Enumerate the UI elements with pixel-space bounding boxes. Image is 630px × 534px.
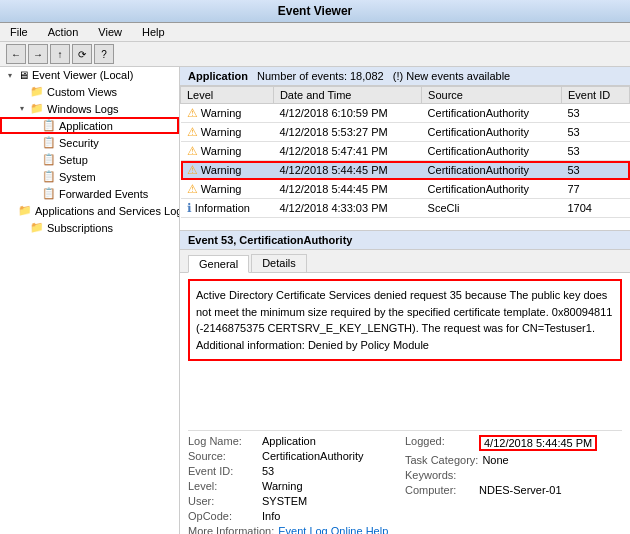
menu-view[interactable]: View [94, 25, 126, 39]
logged-value: 4/12/2018 5:44:45 PM [479, 435, 597, 451]
level-value: Warning [262, 480, 303, 492]
sidebar-item-applications-services[interactable]: 📁Applications and Services Logs [0, 202, 179, 219]
table-row[interactable]: ⚠ Warning4/12/2018 5:53:27 PMCertificati… [181, 123, 630, 142]
user-label: User: [188, 495, 258, 507]
keywords-label: Keywords: [405, 469, 475, 481]
log-icon: 📋 [42, 153, 56, 166]
detail-header: Event 53, CertificationAuthority [180, 231, 630, 250]
event-count-label: Number of events: [257, 70, 347, 82]
title-bar: Event Viewer [0, 0, 630, 23]
opcode-label: OpCode: [188, 510, 258, 522]
tab-details[interactable]: Details [251, 254, 307, 272]
back-button[interactable]: ← [6, 44, 26, 64]
detail-panel: Event 53, CertificationAuthority General… [180, 231, 630, 534]
cell-event-id: 1704 [561, 199, 629, 218]
event-count: 18,082 [350, 70, 384, 82]
menu-help[interactable]: Help [138, 25, 169, 39]
cell-level: ⚠ Warning [181, 142, 274, 161]
folder-icon: 📁 [18, 204, 32, 217]
event-table: Level Date and Time Source Event ID ⚠ Wa… [180, 86, 630, 218]
meta-keywords: Keywords: [405, 469, 622, 481]
table-row[interactable]: ⚠ Warning4/12/2018 6:10:59 PMCertificati… [181, 104, 630, 123]
source-value: CertificationAuthority [262, 450, 364, 462]
table-row[interactable]: ⚠ Warning4/12/2018 5:44:45 PMCertificati… [181, 161, 630, 180]
sidebar-item-subscriptions[interactable]: 📁Subscriptions [0, 219, 179, 236]
meta-right: Logged: 4/12/2018 5:44:45 PM Task Catego… [405, 435, 622, 534]
sidebar-label-applications-services: Applications and Services Logs [35, 205, 180, 217]
opcode-value: Info [262, 510, 280, 522]
log-icon: 📋 [42, 170, 56, 183]
sidebar-label-event-viewer-local: Event Viewer (Local) [32, 69, 133, 81]
log-name-label: Log Name: [188, 435, 258, 447]
col-level[interactable]: Level [181, 87, 274, 104]
sidebar-item-system[interactable]: 📋System [0, 168, 179, 185]
cell-level: ⚠ Warning [181, 180, 274, 199]
sidebar-label-windows-logs: Windows Logs [47, 103, 119, 115]
meta-level: Level: Warning [188, 480, 405, 492]
meta-opcode: OpCode: Info [188, 510, 405, 522]
info-icon: ℹ [187, 201, 195, 215]
warning-icon: ⚠ [187, 106, 201, 120]
cell-source: CertificationAuthority [422, 123, 562, 142]
menu-file[interactable]: File [6, 25, 32, 39]
cell-datetime: 4/12/2018 5:47:41 PM [273, 142, 421, 161]
more-info-link[interactable]: Event Log Online Help [278, 525, 388, 534]
cell-level: ℹ Information [181, 199, 274, 218]
meta-logged: Logged: 4/12/2018 5:44:45 PM [405, 435, 622, 451]
sidebar-item-security[interactable]: 📋Security [0, 134, 179, 151]
log-icon: 📋 [42, 187, 56, 200]
cell-source: CertificationAuthority [422, 142, 562, 161]
cell-event-id: 77 [561, 180, 629, 199]
cell-source: CertificationAuthority [422, 161, 562, 180]
table-row[interactable]: ⚠ Warning4/12/2018 5:44:45 PMCertificati… [181, 180, 630, 199]
sidebar-item-custom-views[interactable]: 📁Custom Views [0, 83, 179, 100]
cell-event-id: 53 [561, 142, 629, 161]
detail-content: Active Directory Certificate Services de… [180, 273, 630, 534]
cell-datetime: 4/12/2018 5:44:45 PM [273, 161, 421, 180]
meta-section: Log Name: Application Source: Certificat… [188, 430, 622, 534]
table-row[interactable]: ℹ Information4/12/2018 4:33:03 PMSceCli1… [181, 199, 630, 218]
task-value: None [482, 454, 508, 466]
cell-datetime: 4/12/2018 6:10:59 PM [273, 104, 421, 123]
sidebar-label-custom-views: Custom Views [47, 86, 117, 98]
up-button[interactable]: ↑ [50, 44, 70, 64]
col-eventid[interactable]: Event ID [561, 87, 629, 104]
sidebar-item-setup[interactable]: 📋Setup [0, 151, 179, 168]
meta-user: User: SYSTEM [188, 495, 405, 507]
meta-task: Task Category: None [405, 454, 622, 466]
event-description: Active Directory Certificate Services de… [188, 279, 622, 361]
col-source[interactable]: Source [422, 87, 562, 104]
meta-log-name: Log Name: Application [188, 435, 405, 447]
task-label: Task Category: [405, 454, 478, 466]
sidebar-item-event-viewer-local[interactable]: ▾🖥Event Viewer (Local) [0, 67, 179, 83]
col-datetime[interactable]: Date and Time [273, 87, 421, 104]
computer-value: NDES-Server-01 [479, 484, 562, 496]
log-name-value: Application [262, 435, 316, 447]
toolbar: ← → ↑ ⟳ ? [0, 42, 630, 67]
sidebar-item-application[interactable]: 📋Application [0, 117, 179, 134]
cell-datetime: 4/12/2018 4:33:03 PM [273, 199, 421, 218]
event-table-container[interactable]: Level Date and Time Source Event ID ⚠ Wa… [180, 86, 630, 231]
cell-source: CertificationAuthority [422, 180, 562, 199]
tab-general[interactable]: General [188, 255, 249, 273]
help-toolbar-button[interactable]: ? [94, 44, 114, 64]
sidebar-label-system: System [59, 171, 96, 183]
menu-action[interactable]: Action [44, 25, 83, 39]
sidebar-item-windows-logs[interactable]: ▾📁Windows Logs [0, 100, 179, 117]
cell-level: ⚠ Warning [181, 104, 274, 123]
forward-button[interactable]: → [28, 44, 48, 64]
sidebar-label-application: Application [59, 120, 113, 132]
spacer [188, 367, 622, 430]
cell-event-id: 53 [561, 161, 629, 180]
table-row[interactable]: ⚠ Warning4/12/2018 5:47:41 PMCertificati… [181, 142, 630, 161]
more-info-label: More Information: [188, 525, 274, 534]
level-label: Level: [188, 480, 258, 492]
cell-datetime: 4/12/2018 5:44:45 PM [273, 180, 421, 199]
user-value: SYSTEM [262, 495, 307, 507]
sidebar-item-forwarded-events[interactable]: 📋Forwarded Events [0, 185, 179, 202]
computer-label: Computer: [405, 484, 475, 496]
meta-event-id: Event ID: 53 [188, 465, 405, 477]
refresh-button[interactable]: ⟳ [72, 44, 92, 64]
log-icon: 📋 [42, 119, 56, 132]
sidebar-label-security: Security [59, 137, 99, 149]
